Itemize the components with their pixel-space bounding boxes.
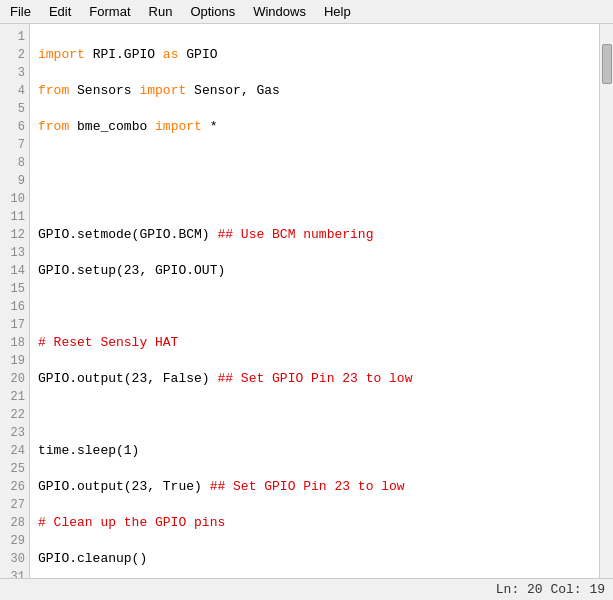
code-line-4 (38, 154, 591, 172)
code-line-2: from Sensors import Sensor, Gas (38, 82, 591, 100)
menu-edit[interactable]: Edit (41, 2, 79, 21)
code-line-10: GPIO.output(23, False) ## Set GPIO Pin 2… (38, 370, 591, 388)
code-line-13: GPIO.output(23, True) ## Set GPIO Pin 23… (38, 478, 591, 496)
menu-options[interactable]: Options (182, 2, 243, 21)
code-editor[interactable]: import RPI.GPIO as GPIO from Sensors imp… (30, 24, 599, 578)
menu-help[interactable]: Help (316, 2, 359, 21)
code-line-5 (38, 190, 591, 208)
code-line-9: # Reset Sensly HAT (38, 334, 591, 352)
editor-container: 1 2 3 4 5 6 7 8 9 10 11 12 13 14 15 16 1… (0, 24, 613, 578)
cursor-position: Ln: 20 Col: 19 (496, 582, 605, 597)
code-line-1: import RPI.GPIO as GPIO (38, 46, 591, 64)
code-line-15: GPIO.cleanup() (38, 550, 591, 568)
menu-windows[interactable]: Windows (245, 2, 314, 21)
code-line-7: GPIO.setup(23, GPIO.OUT) (38, 262, 591, 280)
menu-file[interactable]: File (2, 2, 39, 21)
code-line-8 (38, 298, 591, 316)
code-line-3: from bme_combo import * (38, 118, 591, 136)
code-line-6: GPIO.setmode(GPIO.BCM) ## Use BCM number… (38, 226, 591, 244)
menubar: File Edit Format Run Options Windows Hel… (0, 0, 613, 24)
scrollbar-thumb[interactable] (602, 44, 612, 84)
statusbar: Ln: 20 Col: 19 (0, 578, 613, 600)
menu-run[interactable]: Run (141, 2, 181, 21)
line-numbers: 1 2 3 4 5 6 7 8 9 10 11 12 13 14 15 16 1… (0, 24, 30, 578)
code-line-12: time.sleep(1) (38, 442, 591, 460)
menu-format[interactable]: Format (81, 2, 138, 21)
code-line-14: # Clean up the GPIO pins (38, 514, 591, 532)
vertical-scrollbar[interactable] (599, 24, 613, 578)
code-line-11 (38, 406, 591, 424)
